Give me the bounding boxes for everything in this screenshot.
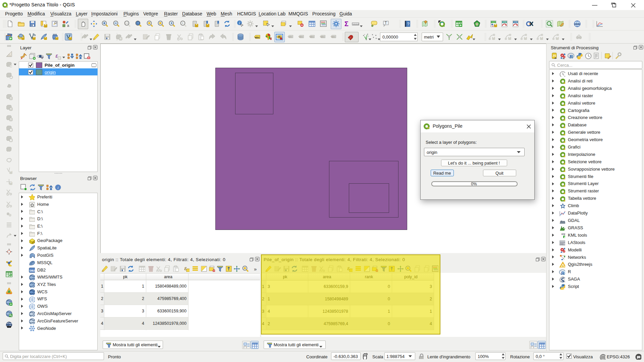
svg-text:LAStools: LAStools (560, 244, 565, 246)
svg-text:*: * (33, 36, 35, 40)
svg-text:*: * (10, 118, 12, 121)
svg-text:*: * (45, 36, 46, 40)
svg-text:*: * (10, 170, 12, 174)
svg-text:abc: abc (255, 36, 260, 39)
svg-text:ε: ε (55, 53, 58, 59)
svg-text:1:1: 1:1 (125, 22, 128, 24)
svg-text:XTR: XTR (514, 21, 517, 23)
svg-text:T: T (385, 21, 387, 25)
svg-text:*: * (22, 36, 24, 40)
svg-text:ab: ab (278, 36, 280, 38)
svg-text:abc: abc (310, 36, 314, 38)
svg-text:*: * (509, 36, 511, 40)
svg-text:*: * (541, 36, 542, 40)
svg-text:XTR: XTR (503, 21, 506, 23)
svg-text:Σ: Σ (344, 20, 348, 27)
svg-text:a: a (67, 23, 69, 27)
svg-text:DB2: DB2 (30, 269, 35, 272)
svg-text:abc: abc (321, 36, 325, 38)
svg-text:R: R (570, 54, 573, 59)
svg-text:*: * (207, 23, 209, 27)
svg-text:*: * (495, 23, 496, 27)
svg-text:*: * (493, 36, 494, 40)
svg-text:abc: abc (331, 36, 335, 38)
svg-text:JS: JS (552, 54, 556, 57)
svg-text:*: * (10, 107, 12, 111)
svg-text:?: ? (407, 21, 409, 26)
svg-text:KML: KML (561, 233, 565, 236)
svg-text:*: * (10, 181, 12, 185)
svg-text:*: * (120, 37, 121, 40)
svg-text:*: * (525, 36, 526, 40)
svg-text:*: * (556, 36, 558, 40)
svg-text:WWW: WWW (575, 23, 580, 25)
svg-text:R: R (561, 270, 565, 275)
svg-text:*: * (69, 36, 71, 40)
svg-text:*: * (45, 23, 47, 28)
svg-text:GDAL: GDAL (560, 221, 566, 223)
svg-text:abc: abc (299, 36, 303, 38)
svg-text:*: * (196, 23, 198, 27)
svg-text:*: * (56, 36, 58, 40)
svg-text:*: * (10, 97, 12, 100)
svg-text:abc: abc (288, 36, 292, 38)
